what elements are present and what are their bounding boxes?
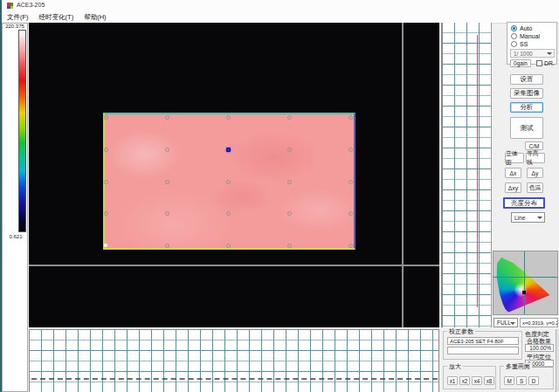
color-scale-bar (18, 30, 26, 232)
menu-help[interactable]: 帮助(H) (79, 12, 111, 23)
zoom-x2-button[interactable]: x2 (459, 376, 470, 385)
measure-point (349, 180, 353, 184)
radio-ss[interactable] (511, 41, 517, 47)
correction-group-title: 校正参数 (447, 328, 475, 334)
cie-mode-value: FULL (497, 320, 511, 326)
horizontal-profile-table[interactable] (29, 329, 439, 392)
pass-count-value: 100.00% (525, 344, 554, 352)
menu-bar: 文件(F) 经时变化(T) 帮助(H) (2, 11, 559, 24)
measure-point (104, 211, 108, 216)
multi-screen-group-title: 多重画面 (504, 363, 532, 369)
radio-ss-label: SS (520, 41, 528, 47)
measure-point-origin (104, 244, 107, 247)
measure-point (226, 180, 231, 184)
multi-screen-group: 多重画面 M S D (500, 366, 554, 389)
app-icon-quad (10, 6, 14, 10)
line-select-value: Line (514, 215, 525, 221)
zoom-x4-button[interactable]: x4 (472, 376, 482, 385)
delta-x-button[interactable]: Δx (505, 168, 521, 178)
cie-measured-point (522, 291, 526, 294)
measure-point (165, 180, 169, 184)
cie-crosshair-horizontal (493, 277, 557, 278)
cie-mode-select[interactable]: FULL (493, 318, 518, 327)
cie-horseshoe (496, 253, 555, 313)
cie-crosshair-vertical (524, 251, 525, 314)
measure-point (104, 148, 108, 152)
vertical-profile-table[interactable] (441, 23, 492, 327)
delta-y-button[interactable]: Δy (527, 168, 543, 178)
exposure-group: Auto Manual SS 1/ 1000 0gain DR. (507, 22, 557, 65)
correction-field2[interactable] (447, 347, 519, 354)
cie-coords-readout: x=0.3319, y=0.2898 (520, 318, 558, 327)
chevron-down-icon (547, 52, 552, 55)
zoom-group-title: 放大 (447, 363, 463, 369)
settings-button[interactable]: 设置 (510, 74, 543, 85)
radio-auto[interactable] (511, 25, 517, 31)
measure-point (104, 180, 108, 184)
measure-point (287, 211, 292, 216)
measure-point (226, 115, 231, 120)
gain-button[interactable]: 0gain (510, 59, 531, 67)
multi-m-button[interactable]: M (504, 376, 514, 385)
scale-min-value: 0.621 (5, 234, 26, 239)
chevron-down-icon (537, 217, 542, 219)
measure-point (226, 211, 231, 216)
profile-trace-vertical (477, 35, 478, 307)
dr-label: DR. (544, 60, 555, 66)
measure-point (349, 244, 353, 248)
measure-point (287, 244, 292, 248)
measure-point (349, 115, 353, 120)
scrollbar-strip[interactable] (556, 329, 559, 392)
measure-point (287, 115, 292, 120)
radio-manual-label: Manual (520, 33, 540, 39)
capture-image-button[interactable]: 采集图像 (510, 88, 543, 99)
shutter-select[interactable]: 1/ 1000 (510, 49, 555, 58)
measure-point (349, 148, 353, 152)
luminance-dist-button[interactable]: 亮度分布 (503, 197, 545, 209)
measure-point (226, 244, 231, 248)
line-select[interactable]: Line (511, 212, 545, 223)
dr-checkbox[interactable] (536, 60, 542, 66)
crosshair-vertical[interactable] (402, 23, 404, 327)
measure-point (165, 244, 169, 248)
measure-point-active (226, 148, 231, 152)
cie-diagram[interactable] (493, 251, 558, 315)
contour-button[interactable]: 等高线 (526, 153, 545, 163)
measure-point (349, 211, 353, 216)
zoom-x8-button[interactable]: x8 (484, 376, 494, 385)
delta-xy-button[interactable]: Δxy (505, 182, 521, 193)
measure-grid (103, 113, 355, 250)
correction-preset-field[interactable]: ACE3-205 SET F4 80F (447, 337, 519, 345)
camera-image-view[interactable] (29, 23, 439, 327)
title-bar[interactable]: ACE3-205 (2, 0, 559, 12)
measure-point (287, 148, 292, 152)
stereo-view-button[interactable]: 立体图 (505, 153, 524, 163)
crosshair-horizontal[interactable] (29, 265, 439, 266)
scale-max-value: 220.375 (3, 24, 27, 29)
menu-time-variation[interactable]: 经时变化(T) (34, 12, 79, 23)
zoom-x1-button[interactable]: x1 (447, 376, 458, 385)
window-title: ACE3-205 (17, 2, 45, 8)
radio-manual[interactable] (511, 33, 517, 39)
chevron-down-icon (510, 322, 515, 325)
profile-trace-horizontal (31, 378, 438, 380)
measure-point (104, 115, 108, 120)
app-icon (7, 3, 13, 9)
color-temp-button[interactable]: 色温 (527, 182, 543, 193)
shutter-value: 1/ 1000 (514, 51, 533, 57)
measure-point (165, 148, 169, 152)
test-button[interactable]: 测试 (510, 117, 543, 139)
multi-d-button[interactable]: D (528, 376, 539, 385)
zoom-group: 放大 x1 x2 x4 x8 (443, 366, 496, 389)
measure-point (165, 115, 169, 120)
analyze-button[interactable]: 分析 (510, 102, 543, 113)
multi-s-button[interactable]: S (516, 376, 527, 385)
correction-group: 校正参数 ACE3-205 SET F4 80F (443, 331, 522, 360)
menu-file[interactable]: 文件(F) (2, 12, 34, 23)
radio-auto-label: Auto (520, 25, 532, 31)
measure-point (287, 180, 292, 184)
measure-point (165, 211, 169, 216)
app-window: ACE3-205 文件(F) 经时变化(T) 帮助(H) 220.375 0.6… (0, 0, 559, 392)
